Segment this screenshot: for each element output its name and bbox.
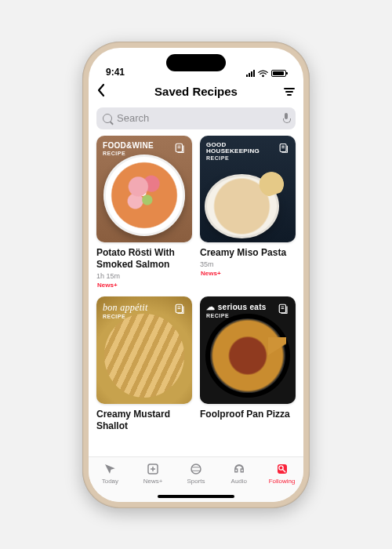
wifi-icon — [258, 70, 268, 78]
page-title: Saved Recipes — [154, 85, 238, 98]
save-recipe-icon[interactable] — [174, 303, 186, 314]
save-recipe-icon[interactable] — [174, 142, 186, 154]
recipe-image: bon appétit RECIPE — [96, 296, 192, 404]
clock: 9:41 — [106, 67, 125, 78]
recipe-title: Foolproof Pan Pizza — [200, 409, 296, 420]
search-input[interactable]: Search — [96, 107, 296, 129]
recipe-card[interactable]: bon appétit RECIPE Creamy Mustard Shallo… — [96, 296, 192, 432]
svg-point-5 — [191, 464, 201, 474]
recipe-grid: FOOD&WINE RECIPE Potato Rösti With Smoke… — [89, 136, 303, 456]
recipe-tag: RECIPE — [103, 314, 125, 319]
tab-label: Sports — [187, 478, 205, 485]
recipe-source: GOOD HOUSEKEEPING — [206, 142, 278, 155]
news-plus-icon — [145, 462, 161, 476]
battery-icon — [271, 70, 286, 77]
recipe-card[interactable]: FOOD&WINE RECIPE Potato Rösti With Smoke… — [96, 136, 192, 289]
recipe-source: FOOD&WINE — [103, 142, 154, 151]
recipe-image: serious eats RECIPE — [200, 296, 296, 404]
filter-icon — [283, 88, 296, 96]
recipe-tag: RECIPE — [206, 155, 229, 161]
tab-sports[interactable]: Sports — [175, 462, 218, 485]
following-icon — [274, 462, 290, 476]
search-placeholder: Search — [117, 112, 278, 124]
tab-news-plus[interactable]: News+ — [132, 462, 175, 485]
tab-label: Audio — [231, 478, 247, 485]
chevron-left-icon — [96, 83, 106, 97]
recipe-image: GOOD HOUSEKEEPING RECIPE — [200, 136, 296, 243]
filter-button[interactable] — [283, 88, 296, 96]
tab-today[interactable]: Today — [89, 462, 132, 485]
recipe-duration: 1h 15m — [96, 272, 192, 280]
news-plus-badge: News+ — [96, 282, 192, 289]
recipe-title: Creamy Mustard Shallot — [96, 409, 192, 432]
recipe-title: Potato Rösti With Smoked Salmon — [96, 247, 192, 271]
cellular-icon — [246, 70, 255, 77]
recipe-image: FOOD&WINE RECIPE — [96, 136, 192, 243]
home-indicator[interactable] — [158, 495, 234, 498]
recipe-card[interactable]: serious eats RECIPE Foolproof Pan Pizza — [200, 296, 296, 432]
tab-label: Today — [102, 478, 118, 485]
tab-following[interactable]: Following — [260, 462, 303, 485]
tab-label: News+ — [143, 478, 163, 485]
dynamic-island — [166, 54, 226, 71]
tab-label: Following — [269, 478, 296, 485]
save-recipe-icon[interactable] — [278, 142, 289, 154]
nav-bar: Saved Recipes — [89, 79, 303, 104]
search-icon — [103, 114, 112, 123]
microphone-icon[interactable] — [283, 113, 289, 123]
save-recipe-icon[interactable] — [278, 303, 289, 314]
tab-bar: Today News+ Sports Audio Following — [89, 456, 303, 502]
recipe-source: serious eats — [206, 303, 267, 312]
recipe-tag: RECIPE — [103, 151, 125, 156]
news-plus-badge: News+ — [200, 270, 296, 277]
recipe-title: Creamy Miso Pasta — [200, 247, 296, 259]
recipe-duration: 35m — [200, 260, 296, 268]
recipe-card[interactable]: GOOD HOUSEKEEPING RECIPE Creamy Miso Pas… — [200, 136, 296, 289]
audio-icon — [231, 462, 247, 476]
screen: 9:41 Saved Recipes Search — [89, 48, 303, 502]
sports-icon — [188, 462, 204, 476]
today-icon — [102, 462, 118, 476]
recipe-source: bon appétit — [103, 303, 148, 313]
tab-audio[interactable]: Audio — [217, 462, 260, 485]
phone-frame: 9:41 Saved Recipes Search — [82, 42, 310, 508]
back-button[interactable] — [96, 83, 106, 100]
recipe-tag: RECIPE — [206, 313, 229, 318]
